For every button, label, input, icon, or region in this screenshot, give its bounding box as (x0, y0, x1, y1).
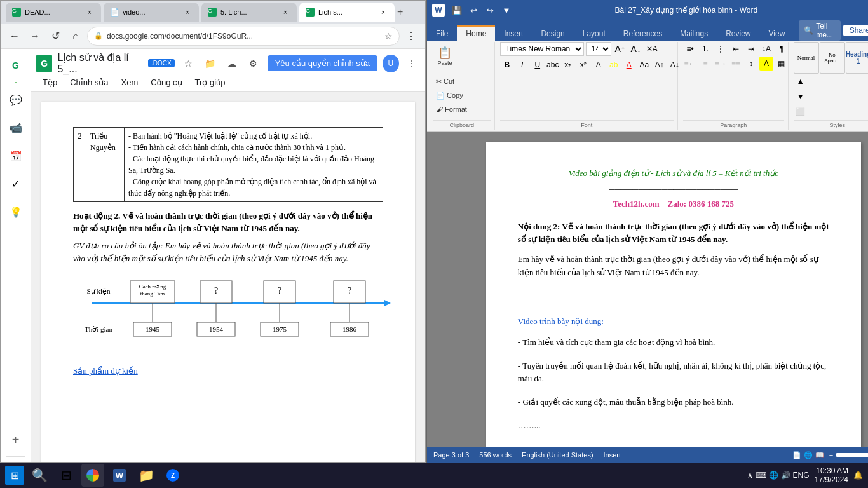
word-minimize-button[interactable]: — (859, 1, 868, 19)
search-taskbar-button[interactable]: 🔍 (28, 464, 51, 487)
style-normal[interactable]: Normal (794, 42, 819, 74)
text-effects-button[interactable]: A (592, 58, 606, 72)
sidebar-icon-add[interactable]: + (4, 428, 27, 451)
home-button[interactable]: ⌂ (67, 27, 85, 45)
grow-font-button[interactable]: A↑ (613, 42, 627, 56)
tab-dead-close[interactable]: × (85, 7, 95, 17)
tab-design[interactable]: Design (532, 27, 573, 41)
copy-button[interactable]: 📄 Copy (433, 89, 470, 102)
zoom-slider[interactable] (836, 453, 868, 457)
chrome-minimize-button[interactable]: — (405, 3, 423, 21)
style-no-spacing[interactable]: No Spac... (820, 42, 845, 74)
bullets-button[interactable]: ≡• (683, 42, 697, 56)
decrease-indent-button[interactable]: ⇤ (729, 42, 743, 56)
volume-icon[interactable]: 🔊 (781, 471, 790, 480)
tab-layout[interactable]: Layout (574, 27, 614, 41)
gdocs-doc-title[interactable]: Lịch sử và địa lí 5_... (57, 51, 143, 75)
menu-cong-cu[interactable]: Công cụ (144, 76, 188, 88)
refresh-button[interactable]: ↺ (46, 27, 64, 45)
style-heading1[interactable]: Heading 1 (846, 42, 868, 74)
strikethrough-button[interactable]: abc (546, 58, 560, 72)
paste-button[interactable]: 📋 Paste (433, 45, 456, 68)
tab-lich[interactable]: G 5. Lich... × (201, 3, 297, 22)
gdocs-content[interactable]: 2 Triều Nguyễn - Ban hành bộ "Hoàng Việt… (31, 92, 425, 462)
font-color-button[interactable]: A (622, 58, 636, 72)
styles-scroll-up[interactable]: ▲ (794, 74, 808, 88)
sidebar-icon-chat[interactable]: 💬 (4, 88, 27, 111)
menu-tro-giup[interactable]: Trợ giúp (189, 76, 232, 88)
numbering-button[interactable]: 1. (698, 42, 712, 56)
superscript-button[interactable]: x² (576, 58, 590, 72)
align-left-button[interactable]: ≡← (683, 57, 697, 71)
sidebar-icon-docs[interactable]: G (4, 54, 27, 77)
tab-view[interactable]: View (760, 27, 794, 41)
forward-button[interactable]: → (26, 27, 44, 45)
word-customize-button[interactable]: ▼ (499, 3, 513, 17)
zalo-taskbar-icon[interactable]: Z (161, 464, 184, 487)
tab-video[interactable]: 📄 video... × (104, 3, 199, 22)
font-size-selector[interactable]: 14 (586, 42, 611, 56)
print-view-icon[interactable]: 📄 (792, 451, 801, 459)
star-button[interactable]: ☆ (180, 55, 198, 72)
word-save-button[interactable]: 💾 (450, 3, 464, 17)
multilevel-button[interactable]: ⋮ (714, 42, 728, 56)
cut-button[interactable]: ✂ Cut (433, 75, 470, 88)
video-link-text[interactable]: Video trình bày nội dung: (518, 316, 604, 326)
tab-video-close[interactable]: × (182, 7, 193, 17)
back-button[interactable]: ← (6, 27, 24, 45)
align-right-button[interactable]: ≡→ (714, 57, 728, 71)
word-taskbar-icon[interactable]: W (108, 464, 131, 487)
justify-button[interactable]: ≡≡ (729, 57, 743, 71)
tab-home[interactable]: Home (457, 25, 495, 41)
zoom-out-button[interactable]: − (829, 451, 833, 459)
font-size-aa-button[interactable]: Aa (637, 58, 651, 72)
tab-lichsu-active[interactable]: G Lich s... × (299, 3, 395, 22)
subscript-button[interactable]: x₂ (561, 58, 575, 72)
word-redo-button[interactable]: ↪ (483, 3, 497, 17)
increase-indent-button[interactable]: ⇥ (744, 42, 758, 56)
tab-dead[interactable]: G DEAD... × (6, 3, 101, 22)
yeu-cau-chinh-sua-button[interactable]: Yêu cầu quyền chỉnh sửa (268, 55, 377, 71)
styles-expand[interactable]: ⬜ (794, 105, 808, 119)
settings-button[interactable]: ⚙ (245, 55, 262, 72)
text-highlight-button[interactable]: ab (607, 58, 621, 72)
sidebar-icon-meet[interactable]: 📹 (4, 116, 27, 139)
align-center-button[interactable]: ≡ (698, 57, 712, 71)
menu-xem[interactable]: Xem (115, 76, 145, 88)
tab-review[interactable]: Review (717, 27, 759, 41)
format-painter-button[interactable]: 🖌 Format (433, 103, 470, 116)
sidebar-icon-tasks[interactable]: ✓ (4, 172, 27, 195)
notification-icon[interactable]: 🔔 (853, 471, 863, 480)
explorer-taskbar-icon[interactable]: 📁 (135, 464, 158, 487)
clear-format-button[interactable]: ✕A (645, 42, 659, 56)
tell-me-box[interactable]: 🔍 Tell me... (799, 20, 840, 41)
tab-lich-close[interactable]: × (280, 7, 290, 17)
tray-up-arrow[interactable]: ∧ (747, 471, 753, 480)
chrome-taskbar-icon[interactable] (81, 464, 104, 487)
san-pham-text[interactable]: Sản phẩm dự kiến (73, 366, 138, 376)
tab-file[interactable]: File (427, 27, 457, 41)
sort-button[interactable]: ↕A (759, 42, 773, 56)
word-undo-button[interactable]: ↩ (466, 3, 480, 17)
underline-button[interactable]: U (531, 58, 545, 72)
share-button[interactable]: Share (843, 25, 868, 36)
sidebar-icon-calendar[interactable]: 📅 (4, 144, 27, 167)
tab-mailings[interactable]: Mailings (671, 27, 717, 41)
tab-insert[interactable]: Insert (495, 27, 532, 41)
status-button[interactable]: ☁ (223, 55, 241, 72)
sidebar-icon-keep[interactable]: 💡 (4, 200, 27, 223)
font-aa-button[interactable]: A↑ (653, 58, 667, 72)
web-view-icon[interactable]: 🌐 (804, 451, 813, 459)
read-view-icon[interactable]: 📖 (815, 451, 824, 459)
show-marks-button[interactable]: ¶ (775, 42, 789, 56)
new-tab-button[interactable]: + (397, 4, 403, 20)
more-button[interactable]: ⋮ (404, 55, 420, 72)
menu-tep[interactable]: Tệp (36, 76, 64, 88)
taskbar-clock[interactable]: 10:30 AM 17/9/2024 (815, 466, 848, 484)
word-document-content[interactable]: Video bài giảng điện tử - Lịch sử và địa… (427, 132, 868, 447)
tab-lichsu-close[interactable]: × (378, 7, 388, 17)
tab-references[interactable]: References (614, 27, 671, 41)
task-view-button[interactable]: ⊟ (55, 464, 78, 487)
shading-button[interactable]: A (759, 57, 773, 71)
italic-button[interactable]: I (515, 58, 529, 72)
